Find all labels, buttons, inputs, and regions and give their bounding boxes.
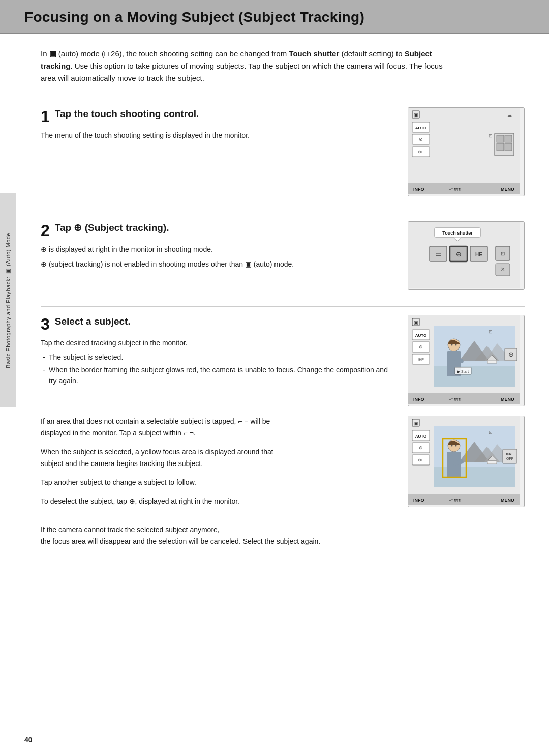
svg-rect-14 (505, 143, 512, 151)
step-2-section: 2 Tap ⊕ (Subject tracking). ⊕ is display… (41, 213, 525, 290)
step-1-body: The menu of the touch shooting setting i… (41, 130, 395, 141)
bullet-1: The subject is selected. (41, 352, 395, 363)
svg-rect-49 (487, 360, 497, 363)
page-number: 40 (24, 736, 33, 744)
svg-text:MENU: MENU (501, 397, 514, 402)
svg-text:INFO: INFO (413, 498, 424, 503)
step-1-title: 1 Tap the touch shooting control. (41, 107, 395, 125)
svg-text:⌐° ¶¶¶: ⌐° ¶¶¶ (449, 397, 461, 402)
svg-text:☁: ☁ (507, 112, 512, 118)
extra-para-2: When the subject is selected, a yellow f… (41, 446, 285, 470)
svg-rect-13 (497, 143, 504, 151)
svg-text:▭: ▭ (435, 250, 442, 258)
svg-text:▣: ▣ (414, 421, 418, 426)
svg-text:INFO: INFO (413, 187, 424, 192)
extra-para-final: If the camera cannot track the selected … (41, 524, 458, 547)
step-3-camera-2: ▣ AUTO ⊘ ⊘F (408, 416, 525, 507)
svg-text:⊘F: ⊘F (418, 150, 424, 154)
step-3-left: 3 Select a subject. Tap the desired trac… (41, 315, 408, 389)
svg-text:⊡: ⊡ (501, 251, 505, 256)
step-3-number: 3 (41, 316, 50, 332)
svg-text:AUTO: AUTO (415, 434, 427, 439)
svg-text:MENU: MENU (501, 498, 514, 503)
camera-screen-1: ▣ ☁ AUTO ⊘ ⊘F (408, 108, 520, 194)
svg-text:INFO: INFO (413, 397, 424, 402)
step-1-number: 1 (41, 108, 50, 125)
svg-text:×: × (501, 265, 505, 273)
page-header: Focusing on a Moving Subject (Subject Tr… (0, 0, 549, 34)
svg-text:Touch shutter: Touch shutter (442, 230, 473, 236)
step-2-title: 2 Tap ⊕ (Subject tracking). (41, 221, 395, 239)
extra-para-1: If an area that does not contain a selec… (41, 416, 285, 439)
svg-text:▶ Start: ▶ Start (458, 370, 469, 373)
svg-point-84 (455, 445, 457, 447)
svg-text:⊘: ⊘ (419, 445, 423, 450)
page-title: Focusing on a Moving Subject (Subject Tr… (24, 9, 525, 25)
camera-mockup-2: Touch shutter ▭ ⊕ HE ⊡ (408, 221, 525, 290)
step-3-body: Tap the desired tracking subject in the … (41, 337, 395, 386)
step-1-section: 1 Tap the touch shooting control. The me… (41, 99, 525, 196)
svg-rect-86 (503, 449, 517, 463)
svg-rect-11 (497, 135, 504, 142)
svg-text:⊕: ⊕ (508, 351, 514, 358)
step3-extra-1: If an area that does not contain a selec… (41, 416, 525, 515)
svg-point-83 (451, 445, 453, 447)
svg-text:AUTO: AUTO (415, 333, 427, 338)
step-3-section: 3 Select a subject. Tap the desired trac… (41, 306, 525, 547)
bullet-2: When the border framing the subject glow… (41, 365, 395, 386)
extra-para-4: To deselect the subject, tap ⊕, displaye… (41, 496, 285, 507)
intro-paragraph: In ▣ (auto) mode (□ 26), the touch shoot… (41, 48, 458, 84)
svg-text:⌐° ¶¶¶: ⌐° ¶¶¶ (449, 187, 461, 192)
svg-point-54 (455, 344, 457, 346)
svg-text:▣: ▣ (414, 112, 418, 118)
extra-para-3: Tap another subject to change a subject … (41, 477, 285, 488)
camera-screen-2: Touch shutter ▭ ⊕ HE ⊡ (408, 222, 520, 288)
svg-text:⊘: ⊘ (419, 344, 423, 350)
svg-point-53 (451, 344, 453, 346)
svg-text:MENU: MENU (501, 187, 514, 192)
svg-text:⊕: ⊕ (456, 250, 462, 258)
step-3-camera: ▣ AUTO ⊘ ⊘F (408, 315, 525, 406)
svg-text:OFF: OFF (506, 457, 513, 460)
step-2-camera: Touch shutter ▭ ⊕ HE ⊡ (408, 221, 525, 290)
svg-text:⌐° ¶¶¶: ⌐° ¶¶¶ (449, 498, 461, 503)
step-3-bullets: The subject is selected. When the border… (41, 352, 395, 386)
sidebar-label: Basic Photography and Playback: ▣ (Auto)… (0, 193, 16, 407)
camera-screen-4: ▣ AUTO ⊘ ⊘F (408, 416, 520, 505)
svg-text:▣: ▣ (414, 320, 418, 325)
step-1-camera: ▣ ☁ AUTO ⊘ ⊘F (408, 107, 525, 196)
svg-text:HE: HE (475, 252, 482, 257)
svg-rect-79 (487, 461, 497, 464)
step-3-title: 3 Select a subject. (41, 315, 395, 332)
svg-text:⊘F: ⊘F (418, 458, 424, 462)
svg-text:⊘: ⊘ (419, 137, 423, 142)
extra-text-block-1: If an area that does not contain a selec… (41, 416, 395, 515)
camera-mockup-4: ▣ AUTO ⊘ ⊘F (408, 416, 525, 507)
svg-text:AUTO: AUTO (415, 126, 427, 130)
svg-rect-47 (434, 366, 515, 387)
camera-mockup-3: ▣ AUTO ⊘ ⊘F (408, 315, 525, 406)
svg-text:⊕RF: ⊕RF (506, 452, 514, 456)
step-2-left: 2 Tap ⊕ (Subject tracking). ⊕ is display… (41, 221, 408, 273)
step-1-left: 1 Tap the touch shooting control. The me… (41, 107, 408, 144)
camera-mockup-1: ▣ ☁ AUTO ⊘ ⊘F (408, 107, 525, 196)
svg-text:⊡: ⊡ (489, 133, 493, 138)
svg-text:⊡: ⊡ (489, 329, 493, 334)
svg-text:⊡: ⊡ (489, 430, 493, 435)
main-content: In ▣ (auto) mode (□ 26), the touch shoot… (16, 34, 549, 578)
svg-rect-12 (505, 135, 512, 142)
step-2-body: ⊕ is displayed at right in the monitor i… (41, 244, 395, 270)
camera-screen-3: ▣ AUTO ⊘ ⊘F (408, 315, 520, 404)
step-2-number: 2 (41, 222, 50, 239)
svg-text:⊘F: ⊘F (418, 357, 424, 362)
step-3-top: 3 Select a subject. Tap the desired trac… (41, 315, 525, 406)
